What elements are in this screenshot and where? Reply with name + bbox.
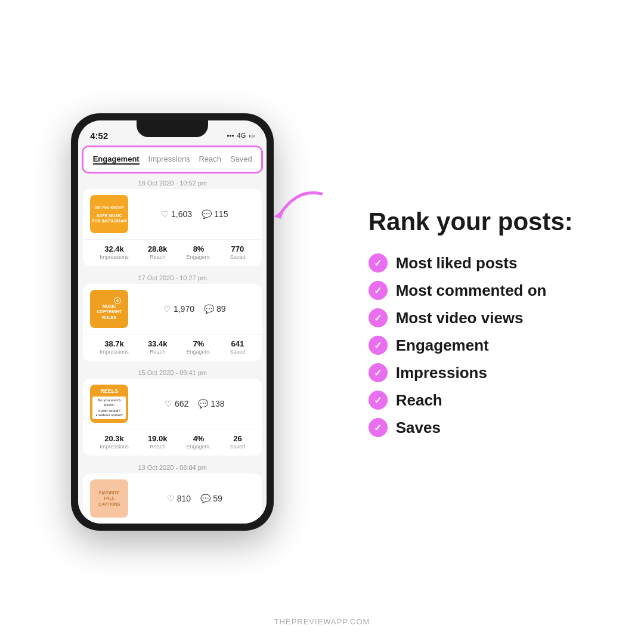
- check-label-6: Saves: [396, 419, 441, 437]
- likes-stat-3: ♡ 662: [165, 399, 188, 408]
- check-icon-5: [369, 391, 388, 410]
- phone-mockup: 4:52 ▪▪▪ 4G ▭ Engagement Impressions Rea…: [71, 113, 274, 531]
- reach-value-3: 19.0k: [148, 434, 168, 443]
- engagement-value-1: 8%: [187, 244, 211, 253]
- tab-reach[interactable]: Reach: [199, 154, 221, 165]
- comment-icon-4: 💬: [200, 494, 210, 503]
- post-thumb-4: FAVORITEFALLCAPTIONS: [90, 479, 128, 518]
- post-card-3: REELS Do you watch Reels: ● with sound? …: [83, 379, 262, 456]
- check-label-5: Reach: [396, 391, 442, 410]
- heart-icon-3: ♡: [165, 399, 172, 408]
- check-icon-1: [369, 281, 388, 300]
- phone-notch: [137, 120, 208, 137]
- saved-value-2: 641: [230, 339, 246, 348]
- check-icon-2: [369, 308, 388, 327]
- post-thumb-1: DID YOU KNOW? SAFE MUSICFOR INSTAGRAM: [90, 195, 128, 233]
- svg-marker-0: [274, 209, 284, 219]
- impressions-label-2: Impressions: [100, 349, 129, 355]
- check-icon-6: [369, 418, 388, 437]
- metric-engagement-2: 7% Engagem.: [187, 339, 211, 355]
- heart-icon-4: ♡: [167, 494, 175, 503]
- comments-value-4: 59: [213, 494, 222, 503]
- check-label-0: Most liked posts: [396, 254, 518, 273]
- metrics-row-2: 38.7k Impressions 33.4k Reach 7% Engagem…: [83, 334, 262, 361]
- comment-icon-1: 💬: [202, 209, 212, 219]
- metric-impressions-3: 20.3k Impressions: [100, 434, 129, 450]
- phone-wrapper: 4:52 ▪▪▪ 4G ▭ Engagement Impressions Rea…: [71, 113, 274, 531]
- engagement-label-1: Engagem.: [187, 254, 211, 260]
- page-container: 4:52 ▪▪▪ 4G ▭ Engagement Impressions Rea…: [0, 0, 644, 644]
- check-item-6: Saves: [369, 418, 573, 437]
- phone-screen: 4:52 ▪▪▪ 4G ▭ Engagement Impressions Rea…: [78, 120, 267, 524]
- metric-engagement-1: 8% Engagem.: [187, 244, 211, 260]
- saved-label-1: Saved: [230, 254, 246, 260]
- battery-icon: ▭: [249, 132, 255, 140]
- date-4: 13 Oct 2020 - 08:04 pm: [83, 460, 262, 473]
- reach-label-1: Reach: [148, 254, 168, 260]
- metric-impressions-2: 38.7k Impressions: [100, 339, 129, 355]
- post-thumb-3: REELS Do you watch Reels: ● with sound? …: [90, 385, 128, 423]
- impressions-value-1: 32.4k: [100, 244, 129, 253]
- metric-engagement-3: 4% Engagem.: [187, 434, 211, 450]
- comments-value-1: 115: [214, 209, 228, 219]
- metrics-row-1: 32.4k Impressions 28.8k Reach 8% Engagem…: [83, 239, 262, 266]
- reach-label-3: Reach: [148, 444, 168, 450]
- likes-value-2: 1,970: [174, 304, 194, 314]
- impressions-label-1: Impressions: [100, 254, 129, 260]
- heart-icon-2: ♡: [163, 304, 171, 314]
- tab-engagement[interactable]: Engagement: [93, 154, 140, 165]
- post-card-1: DID YOU KNOW? SAFE MUSICFOR INSTAGRAM ♡ …: [83, 189, 262, 266]
- check-icon-3: [369, 336, 388, 355]
- engagement-label-3: Engagem.: [187, 444, 211, 450]
- tab-saved[interactable]: Saved: [230, 154, 252, 165]
- metric-reach-2: 33.4k Reach: [148, 339, 168, 355]
- post-row-4: FAVORITEFALLCAPTIONS ♡ 810 💬 59: [83, 473, 262, 524]
- did-you-know-badge: DID YOU KNOW?: [92, 205, 127, 212]
- comments-stat-4: 💬 59: [200, 494, 222, 503]
- likes-value-3: 662: [175, 399, 188, 408]
- signal-icon: ▪▪▪: [227, 132, 234, 139]
- likes-stat-4: ♡ 810: [167, 494, 191, 503]
- tab-impressions[interactable]: Impressions: [148, 154, 190, 165]
- tab-bar-wrapper: Engagement Impressions Reach Saved: [82, 145, 263, 174]
- likes-stat-2: ♡ 1,970: [163, 304, 194, 314]
- post-info-4: ♡ 810 💬 59: [134, 494, 255, 503]
- post-row-3: REELS Do you watch Reels: ● with sound? …: [83, 379, 262, 429]
- post-info-2: ♡ 1,970 💬 89: [134, 304, 255, 314]
- comment-icon-2: 💬: [204, 304, 214, 314]
- impressions-value-2: 38.7k: [100, 339, 129, 348]
- date-1: 18 Oct 2020 - 10:52 pm: [83, 176, 262, 189]
- saved-label-2: Saved: [230, 349, 246, 355]
- date-3: 15 Oct 2020 - 09:41 pm: [83, 366, 262, 379]
- saved-value-1: 770: [230, 244, 246, 253]
- right-content: Rank your posts: Most liked posts Most c…: [369, 207, 573, 437]
- check-item-5: Reach: [369, 391, 573, 410]
- metric-reach-1: 28.8k Reach: [148, 244, 168, 260]
- engagement-label-2: Engagem.: [187, 349, 211, 355]
- screen-content: 18 Oct 2020 - 10:52 pm DID YOU KNOW? SAF…: [78, 174, 267, 524]
- post-info-3: ♡ 662 💬 138: [134, 399, 255, 408]
- likes-value-4: 810: [177, 494, 191, 503]
- rank-title: Rank your posts:: [369, 207, 573, 237]
- impressions-value-3: 20.3k: [100, 434, 129, 443]
- heart-icon-1: ♡: [161, 209, 169, 219]
- impressions-label-3: Impressions: [100, 444, 129, 450]
- post-row-1: DID YOU KNOW? SAFE MUSICFOR INSTAGRAM ♡ …: [83, 189, 262, 239]
- check-item-4: Impressions: [369, 363, 573, 382]
- post-card-2: MUSICCOPYRIGHTRULES ♡ 1,970 💬: [83, 284, 262, 361]
- comments-stat-1: 💬 115: [202, 209, 228, 219]
- reach-value-1: 28.8k: [148, 244, 168, 253]
- comments-stat-2: 💬 89: [204, 304, 226, 314]
- post-info-1: ♡ 1,603 💬 115: [134, 209, 255, 219]
- likes-stat-1: ♡ 1,603: [161, 209, 192, 219]
- metric-saved-1: 770 Saved: [230, 244, 246, 260]
- metric-reach-3: 19.0k Reach: [148, 434, 168, 450]
- metrics-row-3: 20.3k Impressions 19.0k Reach 4% Engagem…: [83, 429, 262, 456]
- engagement-value-2: 7%: [187, 339, 211, 348]
- check-label-2: Most video views: [396, 309, 524, 327]
- check-icon-0: [369, 253, 388, 273]
- check-item-0: Most liked posts: [369, 253, 573, 273]
- post-row-2: MUSICCOPYRIGHTRULES ♡ 1,970 💬: [83, 284, 262, 334]
- comment-icon-3: 💬: [198, 399, 208, 408]
- saved-label-3: Saved: [230, 444, 246, 450]
